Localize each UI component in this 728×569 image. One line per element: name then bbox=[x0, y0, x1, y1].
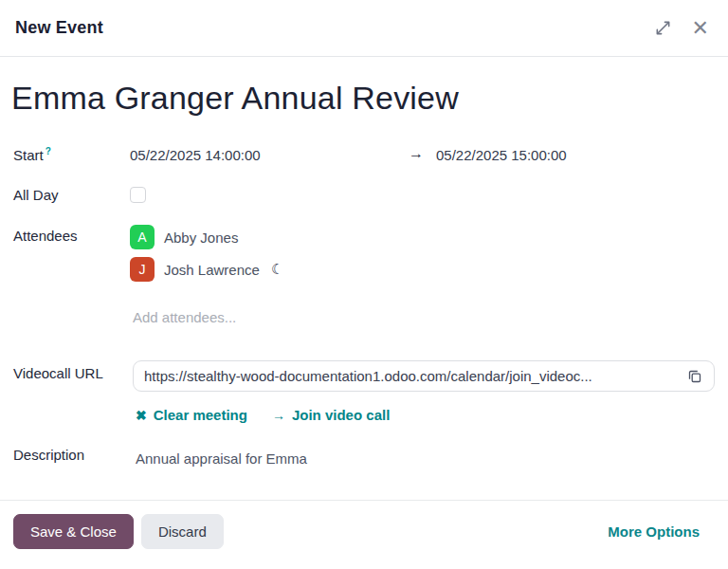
videocall-url-label: Videocall URL bbox=[13, 365, 103, 381]
videocall-url-value[interactable]: https://stealthy-wood-documentation1.odo… bbox=[144, 368, 678, 384]
avatar: J bbox=[130, 257, 155, 282]
dialog-title: New Event bbox=[15, 18, 103, 38]
clear-meeting-link[interactable]: ✖ Clear meeting bbox=[136, 407, 247, 423]
discard-button[interactable]: Discard bbox=[141, 514, 224, 549]
expand-icon[interactable] bbox=[653, 18, 673, 38]
close-icon[interactable]: ✕ bbox=[690, 16, 711, 41]
description-label: Description bbox=[13, 447, 84, 463]
help-marker: ? bbox=[46, 146, 51, 156]
clear-x-icon: ✖ bbox=[136, 408, 147, 423]
start-datetime-input[interactable]: 05/22/2025 14:00:00 bbox=[130, 147, 261, 163]
all-day-label: All Day bbox=[13, 187, 59, 203]
videocall-url-field[interactable]: https://stealthy-wood-documentation1.odo… bbox=[133, 360, 715, 392]
description-input[interactable]: Annual appraisal for Emma bbox=[136, 450, 307, 467]
join-arrow-icon: → bbox=[272, 408, 285, 423]
new-event-dialog: New Event ✕ Emma Granger Annual Review S… bbox=[0, 0, 728, 569]
attendee-name: Abby Jones bbox=[164, 229, 238, 246]
end-datetime-input[interactable]: 05/22/2025 15:00:00 bbox=[436, 147, 567, 163]
meeting-links: ✖ Clear meeting → Join video call bbox=[136, 407, 390, 423]
save-close-button[interactable]: Save & Close bbox=[13, 514, 134, 549]
copy-icon[interactable] bbox=[685, 367, 704, 386]
avatar: A bbox=[130, 225, 155, 249]
dialog-header: New Event ✕ bbox=[0, 0, 728, 57]
start-label: Start? bbox=[13, 146, 51, 163]
all-day-checkbox[interactable] bbox=[130, 187, 146, 203]
attendee-name: Josh Lawrence bbox=[164, 262, 260, 278]
more-options-link[interactable]: More Options bbox=[608, 523, 700, 540]
add-attendees-input[interactable]: Add attendees... bbox=[133, 309, 236, 325]
moon-icon: ☾ bbox=[271, 261, 283, 278]
event-title-input[interactable]: Emma Granger Annual Review bbox=[11, 80, 709, 117]
header-actions: ✕ bbox=[653, 16, 711, 41]
join-video-call-link[interactable]: → Join video call bbox=[272, 407, 390, 423]
dialog-footer: Save & Close Discard More Options bbox=[0, 500, 728, 569]
attendees-label: Attendees bbox=[13, 228, 78, 244]
attendee-row[interactable]: J Josh Lawrence ☾ bbox=[130, 257, 283, 282]
date-range-arrow-icon: → bbox=[409, 145, 424, 162]
attendee-row[interactable]: A Abby Jones bbox=[130, 225, 238, 249]
